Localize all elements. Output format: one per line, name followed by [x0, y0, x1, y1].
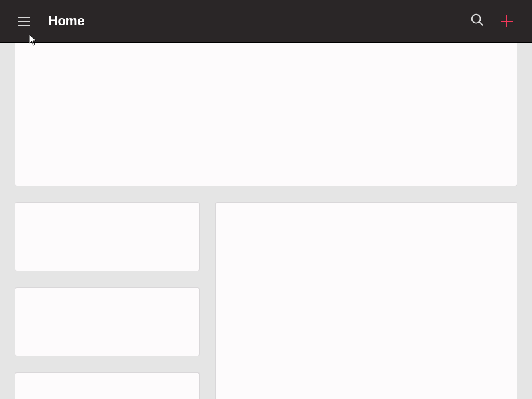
card-small-3[interactable] [15, 372, 200, 399]
search-button[interactable] [463, 7, 492, 36]
menu-icon [18, 17, 30, 26]
card-small-1[interactable] [15, 202, 200, 271]
card-small-2[interactable] [15, 287, 200, 356]
page-title: Home [48, 13, 463, 29]
content-area [0, 43, 532, 399]
plus-icon [501, 15, 513, 27]
top-app-bar: Home [0, 0, 532, 43]
card-tall[interactable] [215, 202, 517, 399]
menu-button[interactable] [11, 8, 37, 35]
search-icon [470, 13, 485, 30]
add-button[interactable] [492, 7, 521, 36]
svg-line-1 [479, 21, 483, 25]
card-large[interactable] [15, 43, 517, 186]
svg-point-0 [472, 14, 481, 23]
